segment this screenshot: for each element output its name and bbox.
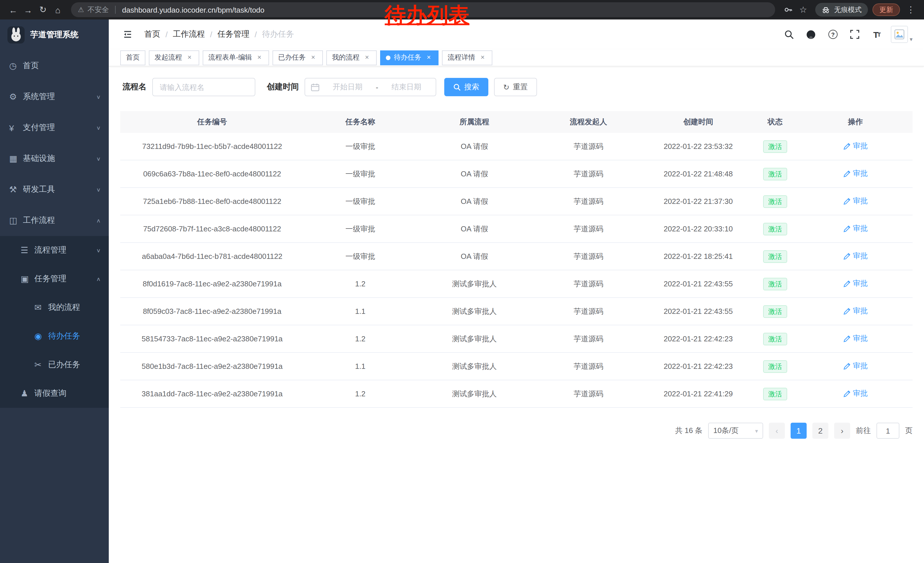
reload-icon[interactable]: ↻ <box>36 2 50 17</box>
tab-home[interactable]: 首页 <box>120 50 146 65</box>
close-icon[interactable]: × <box>478 54 487 62</box>
status-badge: 激活 <box>763 332 787 345</box>
approve-link[interactable]: 审批 <box>843 361 868 371</box>
next-page-button[interactable]: › <box>834 423 850 439</box>
approve-link[interactable]: 审批 <box>843 224 868 234</box>
tab-done-tasks[interactable]: 已办任务 × <box>273 50 323 65</box>
cell-create-time: 2022-01-21 22:41:29 <box>645 389 752 398</box>
browser-menu-icon[interactable]: ⋮ <box>903 2 918 17</box>
cell-action: 审批 <box>798 224 912 234</box>
col-create-time: 创建时间 <box>645 117 752 127</box>
back-icon[interactable]: ← <box>6 2 21 17</box>
close-icon[interactable]: × <box>186 54 194 62</box>
tab-label: 发起流程 <box>154 53 182 62</box>
cell-task-id: 73211d9d-7b9b-11ec-b5b7-acde48001122 <box>120 142 304 151</box>
breadcrumb-workflow[interactable]: 工作流程 <box>173 29 205 39</box>
sidebar-item-infra[interactable]: ▦ 基础设施 ∨ <box>0 143 109 174</box>
approve-link[interactable]: 审批 <box>843 169 868 179</box>
sidebar-item-todo-tasks[interactable]: ◉ 待办任务 <box>0 322 109 350</box>
breadcrumb-task-mgmt[interactable]: 任务管理 <box>218 29 250 39</box>
tab-todo-tasks[interactable]: 待办任务 × <box>380 50 438 65</box>
search-button[interactable]: 搜索 <box>444 78 488 96</box>
approve-link[interactable]: 审批 <box>843 306 868 317</box>
col-status: 状态 <box>752 117 798 127</box>
tab-form-edit[interactable]: 流程表单-编辑 × <box>202 50 269 65</box>
pagination: 共 16 条 10条/页 ▾ ‹ 1 2 › 前往 页 <box>120 423 912 439</box>
status-badge: 激活 <box>763 250 787 263</box>
sidebar-item-label: 我的流程 <box>48 302 101 313</box>
key-icon[interactable] <box>781 2 796 17</box>
page-button-1[interactable]: 1 <box>790 423 807 439</box>
cell-process: OA 请假 <box>417 169 532 179</box>
approve-link[interactable]: 审批 <box>843 141 868 152</box>
sidebar-item-process-mgmt[interactable]: ☰ 流程管理 ∨ <box>0 236 109 264</box>
sidebar-item-my-process[interactable]: ✉ 我的流程 <box>0 293 109 322</box>
sidebar-item-leave-query[interactable]: ♟ 请假查询 <box>0 379 109 408</box>
close-icon[interactable]: × <box>309 54 317 62</box>
approve-link[interactable]: 审批 <box>843 389 868 399</box>
help-icon[interactable]: ? <box>825 27 840 42</box>
infra-icon: ▦ <box>9 153 23 164</box>
breadcrumb-separator: / <box>165 30 168 39</box>
close-icon[interactable]: × <box>363 54 371 62</box>
tab-start-process[interactable]: 发起流程 × <box>149 50 199 65</box>
cell-create-time: 2022-01-21 22:42:23 <box>645 362 752 371</box>
cell-action: 审批 <box>798 361 912 372</box>
refresh-icon: ↻ <box>503 83 510 92</box>
tab-my-process[interactable]: 我的流程 × <box>326 50 377 65</box>
cell-action: 审批 <box>798 251 912 262</box>
sidebar-item-label: 待办任务 <box>48 331 101 341</box>
incognito-icon <box>822 6 830 14</box>
eye-icon: ◉ <box>34 331 48 341</box>
sidebar-item-system[interactable]: ⚙ 系统管理 ∨ <box>0 81 109 112</box>
tab-label: 已办任务 <box>278 53 306 62</box>
approve-link[interactable]: 审批 <box>843 251 868 261</box>
update-button[interactable]: 更新 <box>873 3 900 16</box>
forward-icon[interactable]: → <box>21 2 36 17</box>
sidebar-item-task-mgmt[interactable]: ▣ 任务管理 ∧ <box>0 264 109 293</box>
cell-task-name: 1.2 <box>304 335 417 343</box>
active-tab-dot <box>386 55 390 60</box>
sidebar-item-home[interactable]: ◷ 首页 <box>0 50 109 81</box>
reset-button[interactable]: ↻ 重置 <box>494 78 537 96</box>
cell-initiator: 芋道源码 <box>532 333 645 344</box>
font-size-icon[interactable]: ?TT <box>869 27 884 42</box>
cell-process: OA 请假 <box>417 196 532 206</box>
search-icon[interactable] <box>782 27 797 42</box>
process-name-input[interactable] <box>152 78 255 96</box>
cell-create-time: 2022-01-22 18:25:41 <box>645 252 752 261</box>
user-menu[interactable]: ▾ <box>891 26 912 43</box>
sidebar-item-payment[interactable]: ¥ 支付管理 ∨ <box>0 112 109 143</box>
table-row: 8f059c03-7ac8-11ec-a9e2-a2380e71991a 1.1… <box>120 298 912 325</box>
prev-page-button[interactable]: ‹ <box>769 423 785 439</box>
home-icon[interactable]: ⌂ <box>50 2 65 17</box>
tab-process-detail[interactable]: 流程详情 × <box>442 50 492 65</box>
user-icon: ♟ <box>21 388 34 399</box>
bookmark-star-icon[interactable]: ☆ <box>796 2 811 17</box>
close-icon[interactable]: × <box>425 54 433 62</box>
table-body: 73211d9d-7b9b-11ec-b5b7-acde48001122 一级审… <box>120 133 912 408</box>
security-label[interactable]: 不安全 <box>88 5 109 15</box>
sidebar-toggle-icon[interactable] <box>120 27 135 42</box>
cell-task-id: 8f059c03-7ac8-11ec-a9e2-a2380e71991a <box>120 307 304 315</box>
breadcrumb-separator: / <box>210 30 212 39</box>
page-unit-label: 页 <box>905 426 912 436</box>
github-icon[interactable] <box>804 27 819 42</box>
approve-link[interactable]: 审批 <box>843 279 868 289</box>
breadcrumb-home[interactable]: 首页 <box>144 29 160 39</box>
approve-link[interactable]: 审批 <box>843 196 868 206</box>
app-logo-row[interactable]: 芋道管理系统 <box>0 20 109 50</box>
date-range-picker[interactable]: 开始日期 - 结束日期 <box>304 78 436 96</box>
cell-process: 测试多审批人 <box>417 279 532 289</box>
goto-page-input[interactable] <box>876 423 899 439</box>
chevron-up-icon: ∧ <box>96 276 101 282</box>
fullscreen-icon[interactable] <box>847 27 862 42</box>
sidebar-item-done-tasks[interactable]: ✂ 已办任务 <box>0 350 109 379</box>
close-icon[interactable]: × <box>255 54 263 62</box>
page-button-2[interactable]: 2 <box>812 423 828 439</box>
approve-link[interactable]: 审批 <box>843 333 868 344</box>
page-size-select[interactable]: 10条/页 ▾ <box>708 423 763 439</box>
sidebar-item-workflow[interactable]: ◫ 工作流程 ∧ <box>0 205 109 236</box>
tab-label: 流程详情 <box>448 53 475 62</box>
sidebar-item-devtools[interactable]: ⚒ 研发工具 ∨ <box>0 174 109 205</box>
